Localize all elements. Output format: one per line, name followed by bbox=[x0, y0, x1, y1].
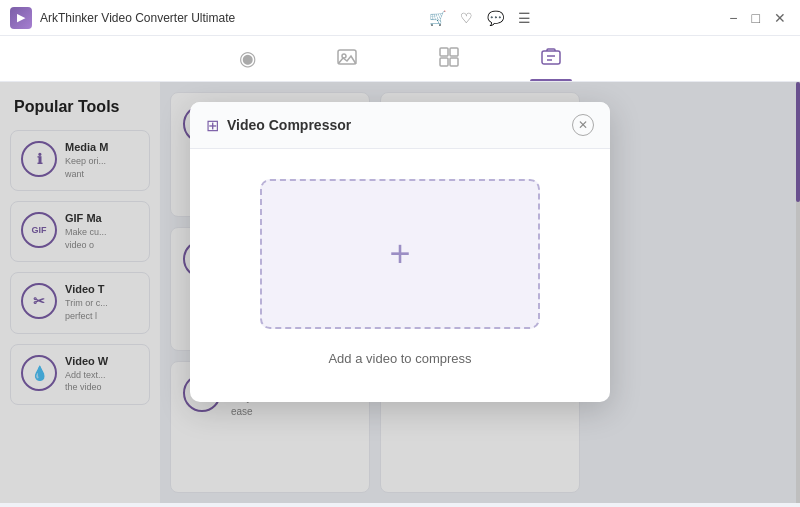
svg-rect-2 bbox=[440, 48, 448, 56]
tab-enhance[interactable] bbox=[428, 42, 470, 81]
modal-title-icon: ⊞ bbox=[206, 116, 219, 135]
window-controls: − □ ✕ bbox=[725, 8, 790, 28]
main-content: Popular Tools ℹ Media M Keep ori...want … bbox=[0, 82, 800, 503]
app-icon: ▶ bbox=[10, 7, 32, 29]
maximize-button[interactable]: □ bbox=[748, 8, 764, 28]
favorite-icon[interactable]: ♡ bbox=[460, 10, 473, 26]
tab-convert[interactable]: ◉ bbox=[229, 42, 266, 81]
drop-zone[interactable]: + bbox=[260, 179, 540, 329]
tab-tools[interactable] bbox=[530, 42, 572, 81]
convert-icon: ◉ bbox=[239, 46, 256, 70]
title-bar: ▶ ArkThinker Video Converter Ultimate 🛒 … bbox=[0, 0, 800, 36]
svg-rect-4 bbox=[440, 58, 448, 66]
video-compressor-modal: ⊞ Video Compressor ✕ + Add a video to co… bbox=[190, 102, 610, 402]
app-icon-symbol: ▶ bbox=[17, 11, 25, 24]
drop-zone-plus-icon: + bbox=[389, 236, 410, 272]
svg-rect-5 bbox=[450, 58, 458, 66]
modal-close-button[interactable]: ✕ bbox=[572, 114, 594, 136]
svg-rect-3 bbox=[450, 48, 458, 56]
drop-zone-label: Add a video to compress bbox=[328, 351, 471, 366]
menu-icon[interactable]: ☰ bbox=[518, 10, 531, 26]
chat-icon[interactable]: 💬 bbox=[487, 10, 504, 26]
modal-title-wrap: ⊞ Video Compressor bbox=[206, 116, 351, 135]
cart-icon[interactable]: 🛒 bbox=[429, 10, 446, 26]
modal-overlay: ⊞ Video Compressor ✕ + Add a video to co… bbox=[0, 82, 800, 503]
nav-tabs: ◉ bbox=[0, 36, 800, 82]
tab-media[interactable] bbox=[326, 42, 368, 81]
enhance-icon bbox=[438, 46, 460, 73]
titlebar-icons: 🛒 ♡ 💬 ☰ bbox=[429, 10, 531, 26]
media-icon bbox=[336, 46, 358, 73]
modal-body: + Add a video to compress bbox=[190, 149, 610, 402]
close-button[interactable]: ✕ bbox=[770, 8, 790, 28]
tools-icon bbox=[540, 46, 562, 73]
modal-header: ⊞ Video Compressor ✕ bbox=[190, 102, 610, 149]
modal-title: Video Compressor bbox=[227, 117, 351, 133]
title-bar-left: ▶ ArkThinker Video Converter Ultimate bbox=[10, 7, 235, 29]
minimize-button[interactable]: − bbox=[725, 8, 741, 28]
svg-rect-6 bbox=[542, 51, 560, 64]
app-title: ArkThinker Video Converter Ultimate bbox=[40, 11, 235, 25]
